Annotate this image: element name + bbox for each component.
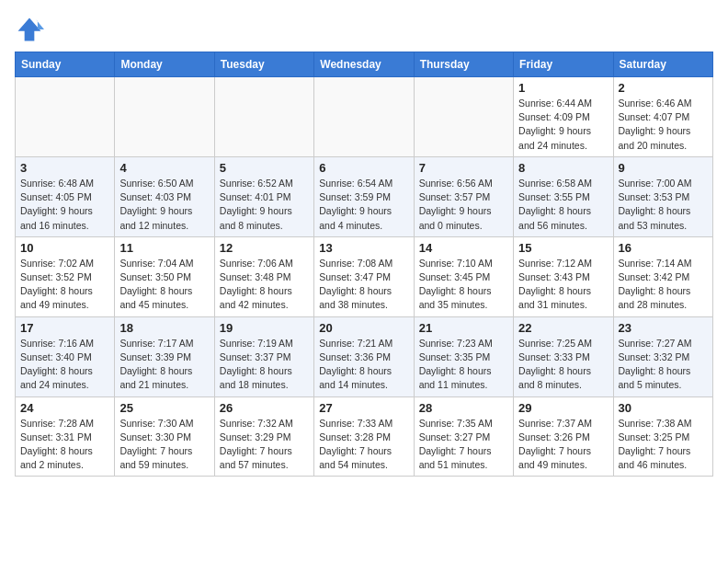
calendar-cell: 21Sunrise: 7:23 AMSunset: 3:35 PMDayligh… — [414, 316, 513, 396]
calendar-cell: 22Sunrise: 7:25 AMSunset: 3:33 PMDayligh… — [514, 316, 613, 396]
day-number: 8 — [518, 161, 608, 175]
calendar-cell: 1Sunrise: 6:44 AMSunset: 4:09 PMDaylight… — [514, 77, 613, 157]
logo-icon — [15, 15, 44, 44]
day-info: Sunrise: 7:35 AMSunset: 3:27 PMDaylight:… — [419, 417, 508, 473]
day-info: Sunrise: 7:08 AMSunset: 3:47 PMDaylight:… — [319, 257, 408, 313]
day-info: Sunrise: 7:32 AMSunset: 3:29 PMDaylight:… — [220, 417, 309, 473]
day-info: Sunrise: 7:12 AMSunset: 3:43 PMDaylight:… — [518, 257, 608, 313]
day-info: Sunrise: 6:54 AMSunset: 3:59 PMDaylight:… — [319, 177, 408, 233]
day-info: Sunrise: 7:06 AMSunset: 3:48 PMDaylight:… — [220, 257, 309, 313]
day-info: Sunrise: 6:50 AMSunset: 4:03 PMDaylight:… — [119, 177, 209, 233]
day-number: 15 — [518, 241, 608, 255]
calendar-cell: 6Sunrise: 6:54 AMSunset: 3:59 PMDaylight… — [314, 156, 414, 236]
day-number: 28 — [419, 401, 508, 415]
svg-marker-0 — [18, 18, 41, 41]
calendar-cell — [314, 77, 414, 157]
day-info: Sunrise: 7:10 AMSunset: 3:45 PMDaylight:… — [419, 257, 508, 313]
calendar-cell — [16, 77, 115, 157]
week-row-5: 24Sunrise: 7:28 AMSunset: 3:31 PMDayligh… — [16, 396, 713, 477]
calendar-cell: 23Sunrise: 7:27 AMSunset: 3:32 PMDayligh… — [613, 316, 712, 396]
day-info: Sunrise: 6:46 AMSunset: 4:07 PMDaylight:… — [619, 97, 708, 153]
day-number: 13 — [319, 241, 408, 255]
day-number: 10 — [20, 241, 109, 255]
calendar-cell: 9Sunrise: 7:00 AMSunset: 3:53 PMDaylight… — [613, 156, 712, 236]
day-number: 29 — [518, 401, 608, 415]
calendar-cell: 26Sunrise: 7:32 AMSunset: 3:29 PMDayligh… — [214, 396, 313, 477]
col-header-friday: Friday — [514, 52, 613, 77]
col-header-tuesday: Tuesday — [214, 52, 313, 77]
day-number: 18 — [119, 321, 209, 335]
calendar-cell: 15Sunrise: 7:12 AMSunset: 3:43 PMDayligh… — [514, 236, 613, 316]
calendar-cell: 18Sunrise: 7:17 AMSunset: 3:39 PMDayligh… — [115, 316, 214, 396]
day-number: 9 — [619, 161, 708, 175]
col-header-thursday: Thursday — [414, 52, 513, 77]
day-number: 27 — [319, 401, 408, 415]
calendar-cell: 13Sunrise: 7:08 AMSunset: 3:47 PMDayligh… — [314, 236, 414, 316]
day-info: Sunrise: 6:58 AMSunset: 3:55 PMDaylight:… — [518, 177, 608, 233]
day-info: Sunrise: 7:38 AMSunset: 3:25 PMDaylight:… — [619, 417, 708, 473]
day-number: 14 — [419, 241, 508, 255]
day-info: Sunrise: 7:33 AMSunset: 3:28 PMDaylight:… — [319, 417, 408, 473]
day-number: 25 — [119, 401, 209, 415]
day-number: 19 — [220, 321, 309, 335]
week-row-1: 1Sunrise: 6:44 AMSunset: 4:09 PMDaylight… — [16, 77, 713, 157]
col-header-saturday: Saturday — [613, 52, 712, 77]
day-number: 16 — [619, 241, 708, 255]
day-number: 17 — [20, 321, 109, 335]
day-number: 20 — [319, 321, 408, 335]
calendar-cell: 29Sunrise: 7:37 AMSunset: 3:26 PMDayligh… — [514, 396, 613, 477]
day-info: Sunrise: 7:04 AMSunset: 3:50 PMDaylight:… — [119, 257, 209, 313]
week-row-2: 3Sunrise: 6:48 AMSunset: 4:05 PMDaylight… — [16, 156, 713, 236]
day-number: 24 — [20, 401, 109, 415]
week-row-3: 10Sunrise: 7:02 AMSunset: 3:52 PMDayligh… — [16, 236, 713, 316]
calendar-cell: 25Sunrise: 7:30 AMSunset: 3:30 PMDayligh… — [115, 396, 214, 477]
day-number: 5 — [220, 161, 309, 175]
day-number: 4 — [119, 161, 209, 175]
calendar-cell: 14Sunrise: 7:10 AMSunset: 3:45 PMDayligh… — [414, 236, 513, 316]
day-info: Sunrise: 6:48 AMSunset: 4:05 PMDaylight:… — [20, 177, 109, 233]
calendar-cell: 20Sunrise: 7:21 AMSunset: 3:36 PMDayligh… — [314, 316, 414, 396]
day-info: Sunrise: 6:56 AMSunset: 3:57 PMDaylight:… — [419, 177, 508, 233]
day-number: 23 — [619, 321, 708, 335]
calendar-cell: 27Sunrise: 7:33 AMSunset: 3:28 PMDayligh… — [314, 396, 414, 477]
calendar-cell: 17Sunrise: 7:16 AMSunset: 3:40 PMDayligh… — [16, 316, 115, 396]
day-info: Sunrise: 6:52 AMSunset: 4:01 PMDaylight:… — [220, 177, 309, 233]
calendar-table: SundayMondayTuesdayWednesdayThursdayFrid… — [15, 52, 713, 477]
calendar-cell: 2Sunrise: 6:46 AMSunset: 4:07 PMDaylight… — [613, 77, 712, 157]
logo — [15, 15, 48, 44]
day-info: Sunrise: 7:17 AMSunset: 3:39 PMDaylight:… — [119, 337, 209, 393]
calendar-cell: 4Sunrise: 6:50 AMSunset: 4:03 PMDaylight… — [115, 156, 214, 236]
day-number: 7 — [419, 161, 508, 175]
day-info: Sunrise: 7:25 AMSunset: 3:33 PMDaylight:… — [518, 337, 608, 393]
calendar-cell: 3Sunrise: 6:48 AMSunset: 4:05 PMDaylight… — [16, 156, 115, 236]
calendar-cell: 10Sunrise: 7:02 AMSunset: 3:52 PMDayligh… — [16, 236, 115, 316]
day-number: 11 — [119, 241, 209, 255]
day-info: Sunrise: 7:30 AMSunset: 3:30 PMDaylight:… — [119, 417, 209, 473]
calendar-cell: 5Sunrise: 6:52 AMSunset: 4:01 PMDaylight… — [214, 156, 313, 236]
day-number: 30 — [619, 401, 708, 415]
day-info: Sunrise: 7:28 AMSunset: 3:31 PMDaylight:… — [20, 417, 109, 473]
day-info: Sunrise: 7:27 AMSunset: 3:32 PMDaylight:… — [619, 337, 708, 393]
day-number: 12 — [220, 241, 309, 255]
calendar-cell: 7Sunrise: 6:56 AMSunset: 3:57 PMDaylight… — [414, 156, 513, 236]
col-header-monday: Monday — [115, 52, 214, 77]
day-info: Sunrise: 7:14 AMSunset: 3:42 PMDaylight:… — [619, 257, 708, 313]
day-number: 2 — [619, 81, 708, 95]
day-info: Sunrise: 7:37 AMSunset: 3:26 PMDaylight:… — [518, 417, 608, 473]
calendar-cell — [214, 77, 313, 157]
calendar-cell: 30Sunrise: 7:38 AMSunset: 3:25 PMDayligh… — [613, 396, 712, 477]
day-number: 22 — [518, 321, 608, 335]
calendar-cell: 11Sunrise: 7:04 AMSunset: 3:50 PMDayligh… — [115, 236, 214, 316]
day-info: Sunrise: 7:21 AMSunset: 3:36 PMDaylight:… — [319, 337, 408, 393]
day-number: 21 — [419, 321, 508, 335]
header — [15, 15, 713, 44]
calendar-cell — [115, 77, 214, 157]
day-info: Sunrise: 6:44 AMSunset: 4:09 PMDaylight:… — [518, 97, 608, 153]
day-info: Sunrise: 7:16 AMSunset: 3:40 PMDaylight:… — [20, 337, 109, 393]
calendar-cell: 16Sunrise: 7:14 AMSunset: 3:42 PMDayligh… — [613, 236, 712, 316]
day-number: 3 — [20, 161, 109, 175]
day-info: Sunrise: 7:19 AMSunset: 3:37 PMDaylight:… — [220, 337, 309, 393]
day-number: 26 — [220, 401, 309, 415]
calendar-header-row: SundayMondayTuesdayWednesdayThursdayFrid… — [16, 52, 713, 77]
col-header-wednesday: Wednesday — [314, 52, 414, 77]
